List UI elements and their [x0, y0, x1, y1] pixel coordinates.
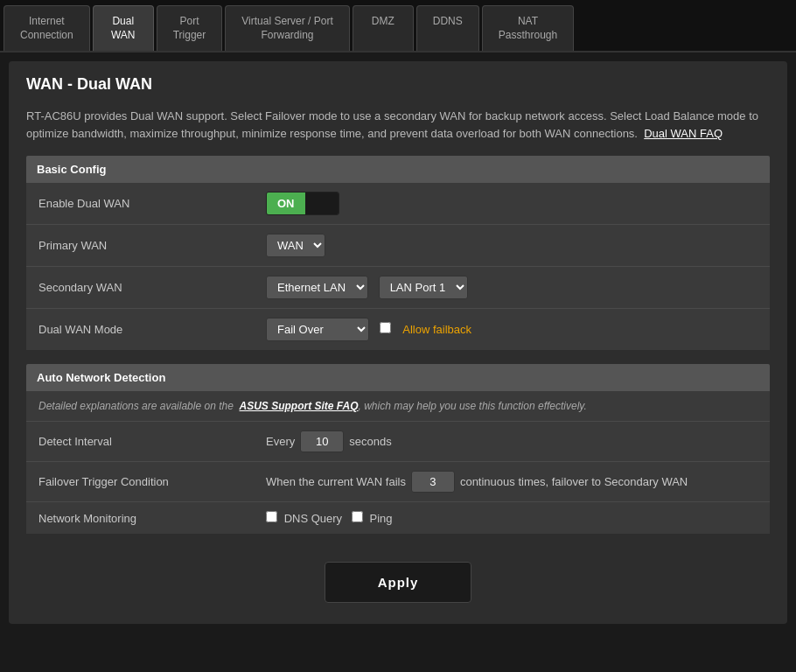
tab-virtual-server[interactable]: Virtual Server / PortForwarding [225, 5, 349, 51]
page-title: WAN - Dual WAN [26, 75, 770, 94]
main-content: WAN - Dual WAN RT-AC86U provides Dual WA… [9, 61, 787, 624]
table-row: Failover Trigger Condition When the curr… [26, 462, 770, 502]
asus-faq-link[interactable]: ASUS Support Site FAQ [240, 400, 359, 412]
label-failover-trigger: Failover Trigger Condition [26, 462, 254, 502]
dual-wan-toggle[interactable]: ON [266, 192, 339, 215]
toggle-off-label[interactable] [305, 192, 339, 214]
secondary-wan-port-select[interactable]: LAN Port 1 LAN Port 2 LAN Port 3 LAN Por… [379, 276, 468, 299]
tab-ddns[interactable]: DDNS [416, 5, 479, 51]
ping-label: Ping [370, 512, 393, 525]
table-row: Enable Dual WAN ON [26, 183, 770, 225]
label-enable-dual-wan: Enable Dual WAN [26, 183, 254, 225]
detect-interval-suffix: seconds [349, 435, 391, 448]
nav-tabs: InternetConnection DualWAN PortTrigger V… [0, 0, 796, 52]
tab-nat-passthrough[interactable]: NATPassthrough [482, 5, 574, 51]
table-row: Network Monitoring DNS Query Ping [26, 502, 770, 535]
apply-area: Apply [26, 548, 770, 610]
basic-config-table: Enable Dual WAN ON Primary WAN WAN USB [26, 183, 770, 350]
detect-interval-input[interactable] [300, 430, 344, 452]
failover-count-input[interactable] [411, 471, 455, 493]
auto-detection-header: Auto Network Detection [26, 364, 770, 391]
table-row: Primary WAN WAN USB [26, 225, 770, 267]
label-network-monitoring: Network Monitoring [26, 502, 254, 535]
label-detect-interval: Detect Interval [26, 422, 254, 462]
table-row: Secondary WAN Ethernet LAN USB LAN Port … [26, 267, 770, 309]
label-primary-wan: Primary WAN [26, 225, 254, 267]
page-description: RT-AC86U provides Dual WAN support. Sele… [26, 108, 770, 142]
dual-wan-mode-select[interactable]: Fail Over Load Balance [266, 318, 369, 341]
ping-checkbox[interactable] [352, 511, 363, 522]
dns-query-checkbox[interactable] [266, 511, 277, 522]
label-secondary-wan: Secondary WAN [26, 267, 254, 309]
tab-dual-wan[interactable]: DualWAN [93, 5, 154, 51]
table-row: Detect Interval Every seconds [26, 422, 770, 462]
detect-interval-prefix: Every [266, 435, 295, 448]
tab-internet-connection[interactable]: InternetConnection [3, 5, 90, 51]
secondary-wan-type-select[interactable]: Ethernet LAN USB [266, 276, 368, 299]
detect-interval-row: Every seconds [266, 430, 758, 452]
dual-wan-faq-link[interactable]: Dual WAN FAQ [644, 127, 723, 140]
detection-note: Detailed explanations are available on t… [26, 391, 770, 422]
toggle-on-label[interactable]: ON [267, 192, 305, 214]
failover-suffix: continuous times, failover to Secondary … [460, 475, 688, 488]
tab-port-trigger[interactable]: PortTrigger [157, 5, 223, 51]
basic-config-header: Basic Config [26, 156, 770, 183]
allow-failback-label: Allow failback [402, 323, 471, 336]
table-row: Dual WAN Mode Fail Over Load Balance All… [26, 309, 770, 351]
tab-dmz[interactable]: DMZ [353, 5, 414, 51]
label-dual-wan-mode: Dual WAN Mode [26, 309, 254, 351]
auto-detection-table: Detect Interval Every seconds Failover T… [26, 422, 770, 534]
apply-button[interactable]: Apply [325, 562, 472, 603]
failover-prefix: When the current WAN fails [266, 475, 406, 488]
dns-query-label: DNS Query [284, 512, 342, 525]
failover-trigger-row: When the current WAN fails continuous ti… [266, 471, 758, 493]
allow-failback-checkbox[interactable] [380, 322, 391, 333]
primary-wan-select[interactable]: WAN USB [266, 234, 325, 257]
